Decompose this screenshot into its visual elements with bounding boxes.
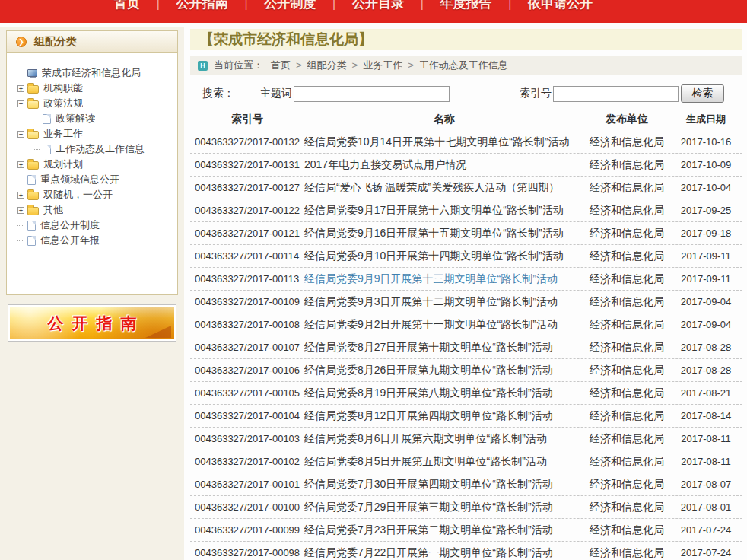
plus-expander-icon[interactable]: + (17, 161, 24, 168)
minus-expander-icon[interactable]: − (17, 131, 24, 138)
sidebar-tree-item[interactable]: −业务工作 (17, 126, 174, 142)
sidebar-tree-item[interactable]: 荣成市经济和信息化局 (17, 65, 174, 81)
sidebar-tree-item[interactable]: 政策解读 (17, 111, 174, 126)
nav-item[interactable]: 依申请公开 (528, 0, 593, 12)
breadcrumb-item[interactable]: 组配分类 (307, 59, 347, 71)
sidebar-tree-item[interactable]: −政策法规 (17, 96, 174, 111)
table-row: 004363327/2017-00102经信局党委8月5日开展第五期文明单位“路… (190, 450, 742, 473)
tree-item-label[interactable]: 重点领域信息公开 (40, 173, 119, 186)
row-date: 2017-08-14 (669, 410, 742, 422)
row-title-link[interactable]: 经信局党委9月16日开展第十五期文明单位“路长制”活动 (304, 227, 584, 240)
row-publish-unit: 经济和信息化局 (584, 295, 669, 309)
sidebar-tree-item[interactable]: +规划计划 (17, 157, 174, 172)
row-index-number: 004363327/2017-00103 (190, 433, 304, 444)
row-date: 2017-09-04 (669, 319, 742, 330)
row-title-link[interactable]: 经信局党委7月22日开展第一期文明单位“路长制”活动 (304, 546, 584, 560)
row-title-link[interactable]: 经信局“爱心飞扬 温暖荣成”关爱残疾人活动（第四期） (304, 181, 584, 195)
nav-item[interactable]: 首页 (114, 0, 140, 12)
row-title-link[interactable]: 经信局党委7月29日开展第三期文明单位“路长制”活动 (304, 501, 584, 514)
row-index-number: 004363327/2017-00113 (190, 273, 304, 285)
row-publish-unit: 经济和信息化局 (584, 501, 669, 514)
row-title-link[interactable]: 经信局党委7月23日开展第二期文明单位“路长制”活动 (304, 523, 584, 537)
table-header: 索引号名称发布单位生成日期 (190, 108, 742, 131)
row-title-link[interactable]: 经信局党委7月30日开展第四期文明单位“路长制”活动 (304, 478, 584, 492)
folder-icon (27, 207, 39, 215)
row-title-link[interactable]: 经信局党委8月6日开展第六期文明单位“路长制”活动 (304, 432, 584, 446)
tree-item-label[interactable]: 政策法规 (43, 97, 83, 110)
nav-item[interactable]: 公开指南 (176, 0, 228, 12)
table-row: 004363327/2017-00099经信局党委7月23日开展第二期文明单位“… (190, 519, 742, 542)
tree-item-label[interactable]: 荣成市经济和信息化局 (42, 66, 141, 80)
table-row: 004363327/2017-00104经信局党委8月12日开展第四期文明单位“… (190, 405, 742, 428)
row-date: 2017-08-11 (669, 456, 742, 467)
home-h-icon: H (198, 61, 208, 71)
row-title-link[interactable]: 经信局党委9月9日开展第十三期文明单位“路长制”活动 (304, 272, 584, 286)
search-button[interactable]: 检索 (681, 84, 724, 103)
tree-item-label[interactable]: 信息公开年报 (40, 234, 100, 247)
sidebar-tree-item[interactable]: +双随机，一公开 (17, 187, 174, 202)
sidebar-tree-item[interactable]: +机构职能 (17, 81, 174, 96)
tree-connector (17, 180, 24, 180)
file-icon (27, 175, 36, 185)
sidebar-header: ❯ 组配分类 (7, 31, 177, 53)
row-date: 2017-08-11 (669, 433, 742, 444)
plus-expander-icon[interactable]: + (17, 207, 24, 214)
row-title-link[interactable]: 经信局党委8月12日开展第四期文明单位“路长制”活动 (304, 409, 584, 423)
row-publish-unit: 经济和信息化局 (584, 181, 669, 195)
table-row: 004363327/2017-001312017年电力直接交易试点用户情况经济和… (190, 154, 742, 177)
row-date: 2017-08-07 (669, 479, 742, 490)
row-title-link[interactable]: 经信局党委8月26日开展第九期文明单位“路长制”活动 (304, 364, 584, 377)
tree-item-label[interactable]: 政策解读 (56, 112, 95, 126)
keyword-input[interactable] (294, 86, 450, 102)
tree-connector (17, 225, 24, 226)
tree-item-label[interactable]: 机构职能 (43, 81, 83, 95)
sidebar-tree-item[interactable]: 工作动态及工作信息 (17, 142, 174, 157)
row-date: 2017-08-28 (669, 342, 742, 353)
nav-item[interactable]: 年度报告 (440, 0, 492, 12)
row-title-link[interactable]: 经信局党委8月27日开展第十期文明单位“路长制”活动 (304, 341, 584, 355)
sidebar-tree-item[interactable]: 重点领域信息公开 (17, 172, 174, 187)
row-index-number: 004363327/2017-00114 (190, 250, 304, 262)
row-publish-unit: 经济和信息化局 (584, 272, 669, 286)
page-title: 【荣成市经济和信息化局】 (199, 30, 373, 49)
plus-expander-icon[interactable]: + (17, 85, 24, 92)
row-title-link[interactable]: 经信局党委8月5日开展第五期文明单位“路长制”活动 (304, 455, 584, 469)
row-title-link[interactable]: 经信局党委9月3日开展第十二期文明单位“路长制”活动 (304, 295, 584, 309)
nav-item[interactable]: 公开制度 (264, 0, 316, 12)
plus-expander-icon[interactable]: + (17, 192, 24, 199)
tree-item-label[interactable]: 双随机，一公开 (43, 188, 113, 202)
table-body: 004363327/2017-00132经信局党委10月14日开展第十七期文明单… (190, 131, 742, 560)
row-title-link[interactable]: 2017年电力直接交易试点用户情况 (304, 158, 584, 172)
row-index-number: 004363327/2017-00105 (190, 387, 304, 399)
tree-item-label[interactable]: 工作动态及工作信息 (56, 142, 145, 156)
tree-item-label[interactable]: 规划计划 (43, 158, 83, 171)
tree-item-label[interactable]: 业务工作 (43, 127, 83, 141)
tree-item-label[interactable]: 其他 (43, 203, 63, 217)
sidebar-panel: ❯ 组配分类 荣成市经济和信息化局+机构职能−政策法规政策解读−业务工作工作动态… (6, 30, 178, 295)
table-row: 004363327/2017-00108经信局党委9月2日开展第十一期文明单位“… (190, 313, 742, 336)
breadcrumb-item[interactable]: 业务工作 (363, 59, 402, 71)
row-index-number: 004363327/2017-00107 (190, 342, 304, 353)
row-publish-unit: 经济和信息化局 (584, 409, 669, 423)
nav-item[interactable]: 公开目录 (352, 0, 404, 12)
sidebar-tree-item[interactable]: +其他 (17, 202, 174, 218)
tree-item-label[interactable]: 信息公开制度 (40, 218, 100, 232)
sidebar-tree-item[interactable]: 信息公开年报 (17, 233, 174, 248)
row-publish-unit: 经济和信息化局 (584, 341, 669, 355)
row-date: 2017-08-28 (669, 364, 742, 376)
breadcrumb-item[interactable]: 首页 (271, 59, 291, 71)
public-guide-banner[interactable]: 公开指南 (8, 304, 176, 342)
tree-connector (17, 73, 24, 74)
row-title-link[interactable]: 经信局党委9月17日开展第十六期文明单位“路长制”活动 (304, 204, 584, 218)
row-title-link[interactable]: 经信局党委9月10日开展第十四期文明单位“路长制”活动 (304, 250, 584, 263)
row-title-link[interactable]: 经信局党委10月14日开展第十七期文明单位“路长制”活动 (304, 135, 584, 149)
row-publish-unit: 经济和信息化局 (584, 204, 669, 218)
minus-expander-icon[interactable]: − (17, 100, 24, 107)
breadcrumb-items: 首页>组配分类>业务工作>工作动态及工作信息 (271, 59, 508, 72)
row-title-link[interactable]: 经信局党委9月2日开展第十一期文明单位“路长制”活动 (304, 318, 584, 332)
row-title-link[interactable]: 经信局党委8月19日开展第八期文明单位“路长制”活动 (304, 387, 584, 400)
sidebar-tree-item[interactable]: 信息公开制度 (17, 218, 174, 233)
column-header: 索引号 (190, 113, 304, 126)
breadcrumb-item[interactable]: 工作动态及工作信息 (419, 59, 508, 71)
index-number-input[interactable] (553, 86, 679, 102)
